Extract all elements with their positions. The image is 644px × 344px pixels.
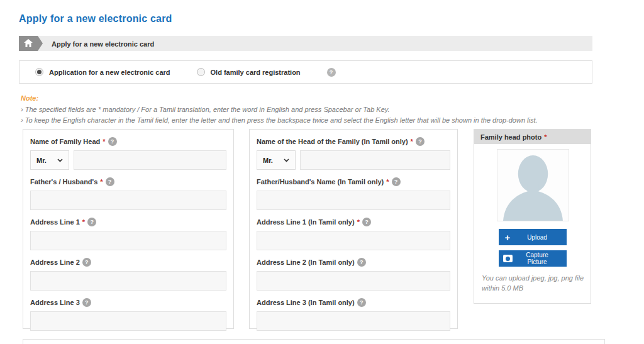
radio-label-old-card: Old family card registration bbox=[211, 69, 301, 76]
title-select[interactable]: Mr. bbox=[30, 150, 69, 170]
field-label: Address Line 2 (In Tamil only) ? bbox=[257, 258, 450, 267]
field-family-head-name: Name of Family Head * ? Mr. bbox=[30, 137, 226, 170]
chevron-down-icon bbox=[284, 158, 289, 162]
help-icon[interactable]: ? bbox=[416, 137, 425, 146]
field-address-line-3: Address Line 3 ? bbox=[30, 298, 226, 331]
label-text: Address Line 1 bbox=[30, 218, 80, 226]
field-label: Address Line 1 (In Tamil only) * ? bbox=[257, 218, 450, 226]
label-text: Address Line 3 (In Tamil only) bbox=[257, 299, 355, 306]
field-label: Father/Husband's Name (In Tamil only) * … bbox=[257, 177, 450, 186]
radio-icon-selected[interactable] bbox=[35, 68, 43, 76]
required-marker: * bbox=[103, 138, 105, 145]
field-label: Address Line 1 * ? bbox=[30, 218, 226, 226]
field-family-head-name-tamil: Name of the Head of the Family (In Tamil… bbox=[257, 137, 450, 170]
field-label: Name of the Head of the Family (In Tamil… bbox=[257, 137, 450, 146]
required-marker: * bbox=[544, 133, 547, 141]
address-line-2-tamil-input[interactable] bbox=[257, 271, 450, 291]
breadcrumb: Apply for a new electronic card bbox=[19, 36, 592, 51]
photo-upload-hint: You can upload jpeg, jpg, png file withi… bbox=[482, 273, 586, 293]
title-select-value: Mr. bbox=[36, 157, 47, 164]
label-text: Address Line 2 (In Tamil only) bbox=[257, 258, 355, 266]
application-mode-panel: Application for a new electronic card Ol… bbox=[19, 60, 592, 84]
title-select-value: Mr. bbox=[263, 157, 273, 164]
required-marker: * bbox=[82, 218, 85, 226]
capture-button-label: Capture Picture bbox=[516, 252, 567, 265]
photo-panel-header: Family head photo * bbox=[474, 130, 591, 144]
note-block: Note: › The specified fields are * manda… bbox=[21, 94, 625, 126]
field-father-husband-tamil: Father/Husband's Name (In Tamil only) * … bbox=[257, 177, 450, 210]
field-address-line-1: Address Line 1 * ? bbox=[30, 218, 226, 250]
help-icon[interactable]: ? bbox=[392, 177, 401, 186]
radio-label-new-card: Application for a new electronic card bbox=[49, 69, 170, 76]
help-icon[interactable]: ? bbox=[82, 258, 91, 267]
field-label: Address Line 2 ? bbox=[30, 258, 226, 267]
address-line-1-tamil-input[interactable] bbox=[257, 231, 450, 250]
page-title: Apply for a new electronic card bbox=[19, 13, 172, 25]
person-silhouette-icon bbox=[497, 150, 569, 221]
field-label: Name of Family Head * ? bbox=[30, 137, 226, 146]
label-text: Address Line 1 (In Tamil only) bbox=[257, 218, 355, 226]
field-address-line-2-tamil: Address Line 2 (In Tamil only) ? bbox=[257, 258, 450, 291]
radio-option-old-card[interactable]: Old family card registration bbox=[197, 68, 301, 76]
note-heading: Note: bbox=[21, 94, 625, 102]
family-head-name-input[interactable] bbox=[74, 150, 226, 170]
address-line-3-tamil-input[interactable] bbox=[257, 311, 450, 331]
radio-icon-unselected[interactable] bbox=[197, 68, 205, 76]
address-line-2-input[interactable] bbox=[30, 271, 226, 291]
father-husband-input[interactable] bbox=[30, 191, 226, 210]
upload-button-label: Upload bbox=[516, 234, 567, 241]
home-icon[interactable] bbox=[19, 36, 38, 51]
field-father-husband: Father's / Husband's * ? bbox=[30, 177, 226, 210]
required-marker: * bbox=[386, 178, 389, 186]
title-select-tamil[interactable]: Mr. bbox=[257, 150, 296, 170]
required-marker: * bbox=[100, 178, 103, 186]
label-text: Name of Family Head bbox=[30, 138, 100, 145]
help-icon[interactable]: ? bbox=[108, 137, 117, 146]
note-line-1: › The specified fields are * mandatory /… bbox=[21, 104, 625, 115]
form-section-tamil: Name of the Head of the Family (In Tamil… bbox=[249, 129, 458, 329]
radio-option-new-card[interactable]: Application for a new electronic card bbox=[35, 68, 170, 76]
required-marker: * bbox=[411, 138, 413, 145]
home-icon-glyph bbox=[24, 39, 33, 47]
label-text: Address Line 3 bbox=[30, 299, 80, 306]
address-line-1-input[interactable] bbox=[30, 231, 226, 250]
help-icon[interactable]: ? bbox=[357, 258, 366, 267]
label-text: Father's / Husband's bbox=[30, 178, 97, 186]
photo-placeholder bbox=[497, 149, 569, 221]
family-head-name-tamil-input[interactable] bbox=[300, 150, 450, 170]
label-text: Name of the Head of the Family (In Tamil… bbox=[257, 138, 408, 145]
label-text: Address Line 2 bbox=[30, 258, 80, 266]
form-section-english: Name of Family Head * ? Mr. Father's / H… bbox=[23, 129, 234, 329]
help-icon[interactable]: ? bbox=[106, 177, 114, 186]
help-icon[interactable]: ? bbox=[357, 298, 366, 307]
field-address-line-1-tamil: Address Line 1 (In Tamil only) * ? bbox=[257, 218, 450, 250]
breadcrumb-label: Apply for a new electronic card bbox=[52, 40, 154, 48]
upload-button[interactable]: + Upload bbox=[499, 229, 567, 245]
field-address-line-3-tamil: Address Line 3 (In Tamil only) ? bbox=[257, 298, 450, 331]
help-icon[interactable]: ? bbox=[82, 298, 91, 307]
help-icon[interactable]: ? bbox=[87, 218, 96, 226]
camera-icon bbox=[499, 255, 516, 262]
field-label: Address Line 3 (In Tamil only) ? bbox=[257, 298, 450, 307]
family-head-photo-panel: Family head photo * + Upload Capture Pic… bbox=[474, 129, 591, 304]
next-section-panel bbox=[23, 339, 605, 344]
help-icon[interactable]: ? bbox=[327, 68, 336, 77]
chevron-down-icon bbox=[57, 158, 63, 162]
field-address-line-2: Address Line 2 ? bbox=[30, 258, 226, 291]
note-line-2: › To keep the English character in the T… bbox=[21, 115, 625, 126]
help-icon[interactable]: ? bbox=[362, 218, 371, 226]
plus-icon: + bbox=[499, 233, 516, 242]
photo-header-label: Family head photo bbox=[480, 133, 541, 141]
field-label: Father's / Husband's * ? bbox=[30, 177, 226, 186]
father-husband-tamil-input[interactable] bbox=[257, 191, 450, 210]
address-line-3-input[interactable] bbox=[30, 311, 226, 331]
label-text: Father/Husband's Name (In Tamil only) bbox=[257, 178, 384, 186]
field-label: Address Line 3 ? bbox=[30, 298, 226, 307]
capture-picture-button[interactable]: Capture Picture bbox=[499, 250, 567, 267]
required-marker: * bbox=[357, 218, 360, 226]
